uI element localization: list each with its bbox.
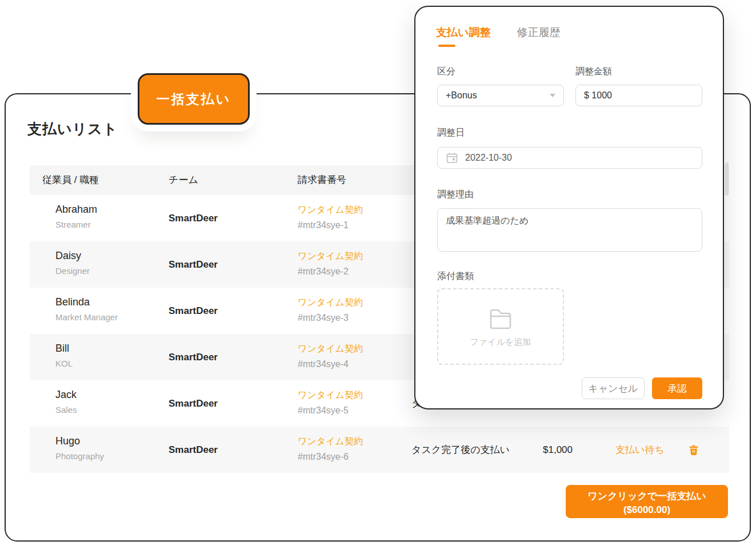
- payment-type: タスク完了後の支払い: [411, 427, 510, 473]
- invoice-number: #mtr34sye-1: [298, 220, 349, 230]
- employee-role: Designer: [55, 266, 90, 276]
- invoice-number: #mtr34sye-6: [298, 452, 349, 462]
- adjustment-date-label: 調整日: [437, 127, 465, 139]
- team-cell: SmartDeer: [169, 380, 218, 427]
- invoice-number: #mtr34sye-5: [298, 405, 349, 416]
- one-click-line1: ワンクリックで一括支払い: [587, 491, 706, 502]
- folder-icon: [487, 306, 514, 332]
- page-title: 支払いリスト: [27, 120, 118, 138]
- invoice-number: #mtr34sye-4: [298, 359, 349, 369]
- adjustment-reason-textarea[interactable]: 成果基準超過のため: [437, 208, 702, 252]
- scrollbar-thumb[interactable]: [725, 162, 729, 196]
- employee-name: Bill: [55, 343, 69, 355]
- add-file-label: ファイルを追加: [470, 337, 531, 348]
- table-row: Hugo Photography SmartDeer ワンタイム契約 #mtr3…: [30, 427, 729, 473]
- employee-name: Jack: [55, 389, 77, 401]
- team-cell: SmartDeer: [169, 334, 218, 380]
- category-select[interactable]: +Bonus: [437, 85, 564, 106]
- contract-type: ワンタイム契約: [298, 389, 363, 401]
- contract-type: ワンタイム契約: [298, 343, 363, 355]
- attachment-label: 添付書類: [437, 270, 474, 283]
- employee-role: Photography: [55, 451, 104, 461]
- tab-payment-adjustment[interactable]: 支払い調整: [436, 25, 490, 47]
- contract-type: ワンタイム契約: [298, 204, 363, 216]
- calendar-icon: [446, 152, 458, 164]
- team-cell: SmartDeer: [169, 427, 218, 473]
- category-label: 区分: [437, 66, 455, 78]
- employee-role: Market Manager: [55, 312, 118, 322]
- employee-role: Sales: [55, 405, 77, 415]
- contract-type: ワンタイム契約: [298, 250, 363, 262]
- adjustment-reason-value: 成果基準超過のため: [446, 215, 529, 227]
- adjustment-amount-input[interactable]: $ 1000: [575, 85, 702, 106]
- app-canvas: 支払いリスト 従業員 / 職種 チーム 請求書番号 Abraham Stream…: [0, 0, 756, 545]
- bulk-pay-label: 一括支払い: [157, 90, 231, 108]
- approve-button[interactable]: 承認: [652, 377, 702, 399]
- adjustment-amount-label: 調整金額: [575, 66, 612, 78]
- column-header-invoice: 請求書番号: [298, 165, 346, 195]
- employee-name: Hugo: [55, 435, 80, 447]
- payment-amount: $1,000: [543, 427, 573, 473]
- bulk-pay-button[interactable]: 一括支払い: [138, 73, 250, 125]
- adjustment-reason-label: 調整理由: [437, 189, 474, 201]
- adjustment-date-value: 2022-10-30: [465, 153, 512, 163]
- chevron-down-icon: [550, 94, 555, 97]
- payment-adjustment-modal: 支払い調整 修正履歴 区分 調整金額 +Bonus $ 1000 調整日: [414, 6, 724, 409]
- one-click-line2: ($6000.00): [623, 504, 670, 515]
- category-value: +Bonus: [446, 90, 477, 101]
- adjustment-date-input[interactable]: 2022-10-30: [437, 147, 702, 169]
- tab-correction-history[interactable]: 修正履歴: [517, 25, 560, 47]
- team-cell: SmartDeer: [169, 241, 218, 288]
- employee-name: Abraham: [55, 204, 97, 216]
- invoice-number: #mtr34sye-2: [298, 266, 349, 277]
- cancel-button[interactable]: キャンセル: [582, 377, 645, 399]
- employee-name: Daisy: [55, 250, 81, 262]
- contract-type: ワンタイム契約: [298, 436, 363, 448]
- column-header-employee: 従業員 / 職種: [42, 165, 99, 195]
- employee-name: Belinda: [55, 296, 90, 308]
- status-badge: 支払い待ち: [615, 427, 665, 473]
- trash-icon[interactable]: [688, 444, 699, 456]
- invoice-number: #mtr34sye-3: [298, 313, 349, 323]
- team-cell: SmartDeer: [169, 195, 218, 241]
- employee-role: Streamer: [55, 220, 91, 229]
- contract-type: ワンタイム契約: [298, 297, 363, 309]
- modal-tabs: 支払い調整 修正履歴: [436, 25, 560, 47]
- employee-role: KOL: [55, 359, 73, 368]
- adjustment-amount-value: $ 1000: [584, 90, 612, 101]
- one-click-bulk-pay-button[interactable]: ワンクリックで一括支払い ($6000.00): [566, 485, 728, 518]
- file-upload-dropzone[interactable]: ファイルを追加: [437, 288, 564, 365]
- team-cell: SmartDeer: [169, 288, 218, 334]
- column-header-team: チーム: [169, 165, 198, 195]
